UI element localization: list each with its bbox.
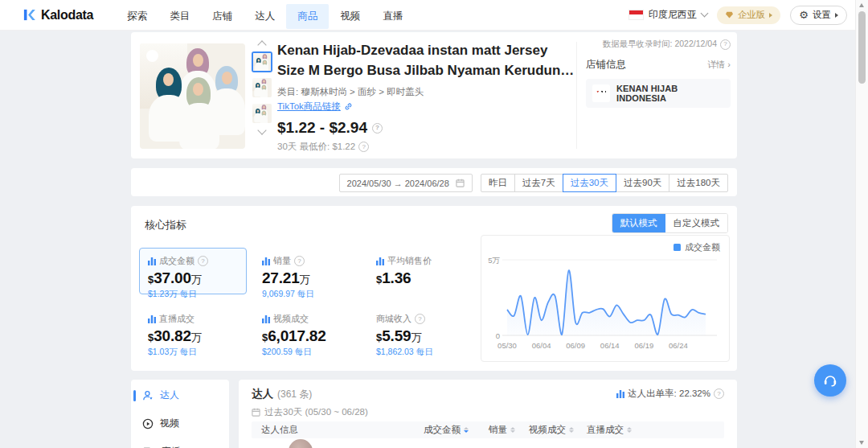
metric-daily-sub: $1.03万 每日 xyxy=(148,347,238,358)
quick-range-button-过去30天[interactable]: 过去30天 xyxy=(563,174,616,192)
info-icon[interactable] xyxy=(198,256,208,266)
store-card[interactable]: KENAN HIJAB INDONESIA xyxy=(586,79,731,108)
scrollbar-up-arrow[interactable] xyxy=(859,3,864,7)
scrollbar-down-arrow[interactable] xyxy=(859,441,864,445)
info-icon[interactable] xyxy=(415,314,425,324)
column-header-视频成交[interactable]: 视频成交 xyxy=(529,421,574,438)
watermark-logo xyxy=(146,50,158,62)
metric-card-成交金额[interactable]: 成交金额$37.00万$1.23万 每日 xyxy=(139,248,247,294)
bar-chart-icon xyxy=(148,315,156,323)
nav-item-商品[interactable]: 商品 xyxy=(286,4,329,29)
link-icon xyxy=(344,102,353,111)
gem-icon xyxy=(725,11,734,18)
mode-button-自定义模式[interactable]: 自定义模式 xyxy=(665,214,728,232)
quick-range-button-过去180天[interactable]: 过去180天 xyxy=(669,174,728,192)
store-detail-link[interactable]: 详情 › xyxy=(707,59,731,71)
quick-range-button-group: 昨日过去7天过去30天过去90天过去180天 xyxy=(481,174,728,192)
metric-card-直播成交[interactable]: 直播成交$30.82万$1.03万 每日 xyxy=(139,306,247,352)
product-thumbnail-2[interactable] xyxy=(252,77,272,98)
play-icon xyxy=(142,418,154,430)
quick-range-button-昨日[interactable]: 昨日 xyxy=(481,174,515,192)
bar-chart-icon xyxy=(376,257,384,265)
kalodata-logo[interactable]: Kalodata xyxy=(23,8,93,23)
tiktok-product-link[interactable]: TikTok商品链接 xyxy=(277,101,353,113)
region-selector[interactable]: 印度尼西亚 xyxy=(628,8,707,22)
section-title: 核心指标 xyxy=(145,218,186,232)
topbar-right-controls: 印度尼西亚 企业版 ⚙ 设置 xyxy=(628,0,847,30)
bar-chart-icon xyxy=(148,257,156,265)
store-logo xyxy=(592,84,610,102)
quick-range-button-过去90天[interactable]: 过去90天 xyxy=(616,174,669,192)
sort-icon[interactable] xyxy=(464,427,469,434)
column-header-达人信息: 达人信息 xyxy=(261,421,298,438)
influencer-period: 过去30天 (05/30 ~ 06/28) xyxy=(264,406,368,418)
detail-tab-达人[interactable]: 达人 xyxy=(131,383,229,408)
metric-card-商城收入[interactable]: 商城收入$5.59万$1,862.03 每日 xyxy=(367,306,475,352)
column-header-直播成交[interactable]: 直播成交 xyxy=(587,421,632,438)
nav-item-视频[interactable]: 视频 xyxy=(329,4,371,29)
store-name: KENAN HIJAB INDONESIA xyxy=(616,84,724,103)
metric-card-视频成交[interactable]: 视频成交$6,017.82$200.59 每日 xyxy=(253,306,361,352)
svg-text:5万: 5万 xyxy=(488,256,500,265)
influencer-table-header: 达人信息成交金额销量视频成交直播成交 xyxy=(252,421,724,438)
legend-label: 成交金额 xyxy=(685,241,720,253)
bar-chart-icon xyxy=(616,390,624,398)
nav-item-直播[interactable]: 直播 xyxy=(371,4,414,29)
nav-item-类目[interactable]: 类目 xyxy=(158,4,201,29)
info-icon[interactable] xyxy=(294,256,305,266)
quick-range-button-过去7天[interactable]: 过去7天 xyxy=(514,174,563,192)
metric-card-销量[interactable]: 销量27.21万9,069.97 每日 xyxy=(253,248,361,294)
user-icon xyxy=(142,390,154,401)
metric-daily-sub: $200.59 每日 xyxy=(262,347,352,358)
thumbnails-scroll-down-icon[interactable] xyxy=(257,125,266,134)
settings-label: 设置 xyxy=(813,9,831,21)
scrollbar-thumb[interactable] xyxy=(858,11,866,84)
bar-chart-icon xyxy=(262,257,270,265)
info-icon[interactable] xyxy=(372,123,383,134)
chevron-down-icon xyxy=(700,10,708,18)
nav-item-达人[interactable]: 达人 xyxy=(244,4,286,29)
influencer-count: (361 条) xyxy=(277,388,312,401)
main-nav: 探索类目店铺达人商品视频直播 xyxy=(116,0,414,30)
nav-item-店铺[interactable]: 店铺 xyxy=(201,4,244,29)
nav-item-探索[interactable]: 探索 xyxy=(116,4,158,29)
product-main-image[interactable] xyxy=(140,43,245,149)
brand-name: Kalodata xyxy=(41,8,93,23)
metric-daily-sub: $1.23万 每日 xyxy=(148,289,238,300)
metric-card-平均销售价[interactable]: 平均销售价$1.36 xyxy=(367,248,475,294)
legend-swatch xyxy=(674,244,681,251)
customer-support-button[interactable] xyxy=(814,364,846,397)
plan-label: 企业版 xyxy=(738,9,766,21)
sort-icon[interactable] xyxy=(569,427,574,434)
date-range-picker[interactable]: 2024/05/30 → 2024/06/28 xyxy=(339,174,473,192)
info-icon[interactable] xyxy=(358,142,369,152)
info-icon[interactable] xyxy=(714,388,724,399)
metric-label: 商城收入 xyxy=(376,313,466,325)
svg-text:05/30: 05/30 xyxy=(497,341,517,350)
mode-button-默认模式[interactable]: 默认模式 xyxy=(612,214,665,232)
info-icon[interactable] xyxy=(720,39,731,50)
product-min-price: 30天 最低价: $1.22 xyxy=(277,141,355,153)
metric-value: $6,017.82 xyxy=(262,327,352,345)
arrow-right-icon xyxy=(835,13,838,18)
metric-label: 销量 xyxy=(262,255,352,267)
metric-label: 成交金额 xyxy=(148,255,238,267)
enterprise-plan-button[interactable]: 企业版 xyxy=(717,6,781,24)
line-chart-canvas: 5万005/3006/0406/0906/1406/1906/24 xyxy=(481,236,729,361)
settings-button[interactable]: ⚙ 设置 xyxy=(790,6,847,25)
metric-daily-sub: 9,069.97 每日 xyxy=(262,289,352,300)
detail-tab-视频[interactable]: 视频 xyxy=(131,411,229,436)
kalodata-logo-icon xyxy=(23,8,36,22)
sort-icon[interactable] xyxy=(627,427,632,434)
chevron-right-icon: › xyxy=(727,60,731,69)
page-scrollbar[interactable] xyxy=(855,0,868,448)
detail-tab-直播[interactable]: 直播 xyxy=(131,439,229,448)
product-thumbnail-3[interactable] xyxy=(252,103,272,124)
column-header-销量[interactable]: 销量 xyxy=(489,421,515,438)
thumbnails-scroll-up-icon[interactable] xyxy=(257,40,266,49)
product-thumbnail-1[interactable] xyxy=(252,51,272,72)
column-header-成交金额[interactable]: 成交金额 xyxy=(424,421,469,438)
avatar[interactable] xyxy=(289,439,313,448)
sort-icon[interactable] xyxy=(510,427,515,434)
product-title: Kenan Hijab-Dzevadaa instan matt Jersey … xyxy=(277,40,576,80)
